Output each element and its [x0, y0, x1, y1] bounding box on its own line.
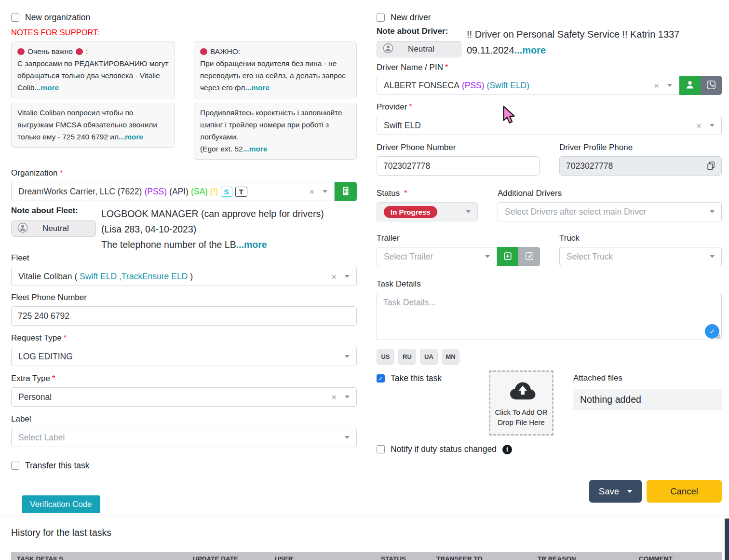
add-trailer-button[interactable]	[497, 247, 518, 266]
transfer-task-checkbox[interactable]	[11, 462, 19, 470]
chevron-down-icon[interactable]	[710, 255, 715, 258]
driver-sentiment-select[interactable]: Neutral	[377, 41, 461, 57]
new-driver-row[interactable]: New driver	[377, 13, 722, 23]
chevron-down-icon[interactable]	[323, 190, 327, 193]
edit-trailer-button[interactable]	[518, 247, 540, 266]
lang-ua-button[interactable]: UA	[420, 349, 438, 365]
language-buttons: US RU UA MN	[377, 349, 722, 365]
driver-call-button[interactable]	[701, 76, 722, 95]
trailer-select[interactable]: Select Trailer	[377, 247, 497, 266]
dropzone-text: Click To Add OR Drop File Here	[495, 407, 548, 427]
clear-icon[interactable]	[696, 121, 702, 130]
more-link[interactable]: ...more	[514, 45, 546, 55]
provider-select[interactable]: Swift ELD	[377, 116, 722, 135]
fleet-phone-label: Fleet Phone Number	[11, 293, 357, 302]
new-organization-checkbox[interactable]	[11, 14, 19, 22]
note-about-driver-text: !! Driver on Personal Safety Service !! …	[467, 27, 722, 58]
notify-checkbox[interactable]	[377, 445, 385, 453]
support-notes: Очень важно : С запросами по РЕДАКТИРОВА…	[11, 41, 357, 160]
chevron-down-icon[interactable]	[345, 396, 350, 398]
phone-icon	[705, 79, 717, 92]
support-note: Очень важно : С запросами по РЕДАКТИРОВА…	[11, 41, 175, 98]
support-note-body: Vitalie Coliban попросил чтобы по выгруз…	[17, 107, 169, 143]
save-button[interactable]: Save	[589, 480, 642, 503]
red-dot-icon	[200, 48, 207, 55]
task-details-wrap	[377, 293, 722, 342]
verification-code-button[interactable]: Verification Code	[22, 495, 100, 513]
column-header: TR REASON	[532, 555, 633, 560]
note-about-driver-label: Note about Driver:	[377, 27, 467, 36]
fleet-sentiment-select[interactable]: Neutral	[11, 220, 96, 237]
extra-type-label: Extra Type*	[11, 374, 357, 383]
more-link[interactable]: ...more	[236, 239, 267, 250]
more-link[interactable]: ...more	[34, 83, 59, 92]
chevron-down-icon[interactable]	[710, 210, 715, 213]
notify-row: Notify if duty status changed	[377, 444, 722, 454]
status-select[interactable]: In Progress	[377, 202, 478, 221]
chevron-down-icon[interactable]	[345, 436, 350, 439]
organization-select[interactable]: DreamWorks Carrier, LLC (7622) (PSS) (AP…	[11, 182, 335, 201]
notify-label: Notify if duty status changed	[391, 444, 497, 454]
more-link[interactable]: ...more	[119, 133, 143, 141]
red-dot-icon	[17, 48, 25, 55]
clear-icon[interactable]	[309, 187, 314, 196]
new-organization-row[interactable]: New organization	[11, 13, 357, 23]
organization-details-button[interactable]	[335, 182, 357, 201]
history-title: History for the last tasks	[11, 527, 111, 538]
extra-type-select[interactable]: Personal	[11, 387, 357, 407]
fleet-phone-input[interactable]	[11, 306, 357, 326]
file-dropzone[interactable]: Click To Add OR Drop File Here	[489, 370, 554, 436]
chevron-down-icon[interactable]	[466, 210, 471, 213]
more-link[interactable]: ...more	[245, 83, 270, 92]
copy-icon[interactable]	[706, 161, 716, 173]
task-details-textarea[interactable]	[377, 293, 722, 340]
s-badge: S	[221, 187, 232, 197]
chevron-down-icon[interactable]	[667, 84, 672, 87]
clear-icon[interactable]	[331, 272, 337, 281]
lang-us-button[interactable]: US	[377, 349, 394, 365]
driver-section: New driver Note about Driver: Neutral !!…	[377, 10, 722, 503]
take-this-task-row[interactable]: Take this task	[377, 373, 489, 383]
support-note-body: С запросами по РЕДАКТИРОВАНИЮ могут обра…	[17, 57, 169, 94]
label-select[interactable]: Select Label	[11, 428, 357, 447]
request-type-select[interactable]: LOG EDITING	[11, 347, 357, 366]
new-driver-checkbox[interactable]	[377, 14, 385, 22]
clear-icon[interactable]	[331, 393, 337, 402]
driver-phone-label: Driver Phone Number	[377, 143, 540, 152]
info-icon[interactable]	[502, 445, 512, 454]
trailer-truck-row: Trailer Select Trailer	[377, 233, 722, 266]
support-note: Vitalie Coliban попросил чтобы по выгруз…	[11, 103, 175, 148]
form-actions: Save Cancel	[377, 480, 722, 503]
driver-profile-phone-input	[559, 156, 722, 176]
driver-phone-input[interactable]	[377, 156, 540, 176]
transfer-task-label: Transfer this task	[25, 461, 90, 471]
additional-drivers-select[interactable]: Select Drivers after select main Driver	[498, 202, 722, 221]
section-divider	[0, 516, 729, 516]
take-this-task-checkbox[interactable]	[377, 374, 385, 382]
chevron-down-icon[interactable]	[345, 355, 350, 358]
page-scrollbar[interactable]	[725, 519, 729, 560]
attached-files-value: Nothing added	[573, 389, 722, 410]
cancel-button[interactable]: Cancel	[647, 480, 722, 503]
chevron-down-icon[interactable]	[627, 490, 632, 493]
chevron-down-icon[interactable]	[710, 124, 715, 127]
more-link[interactable]: ...more	[243, 145, 268, 153]
resize-handle[interactable]	[715, 332, 721, 341]
plus-square-icon	[502, 251, 513, 263]
cloud-upload-icon	[506, 379, 536, 403]
lang-ru-button[interactable]: RU	[398, 349, 416, 365]
chevron-down-icon[interactable]	[485, 255, 490, 258]
note-about-fleet-text: LOGBOOK MANAGER (can approve help for dr…	[101, 206, 357, 252]
transfer-task-row[interactable]: Transfer this task	[11, 461, 357, 471]
driver-profile-button[interactable]	[679, 76, 701, 95]
driver-name-select[interactable]: ALBERT FONSECA (PSS) (Swift ELD)	[377, 76, 679, 95]
chevron-down-icon[interactable]	[345, 275, 350, 278]
person-icon	[684, 79, 696, 92]
provider-label: Provider*	[377, 102, 722, 112]
note-about-fleet-label: Note about Fleet:	[11, 206, 101, 216]
status-row: Status * In Progress Additional Drivers …	[377, 189, 722, 221]
clear-icon[interactable]	[654, 81, 659, 90]
truck-select[interactable]: Select Truck	[559, 247, 722, 266]
fleet-select[interactable]: Vitalie Coliban ( Swift ELD ,TrackEnsure…	[11, 267, 357, 286]
lang-mn-button[interactable]: MN	[442, 349, 459, 365]
